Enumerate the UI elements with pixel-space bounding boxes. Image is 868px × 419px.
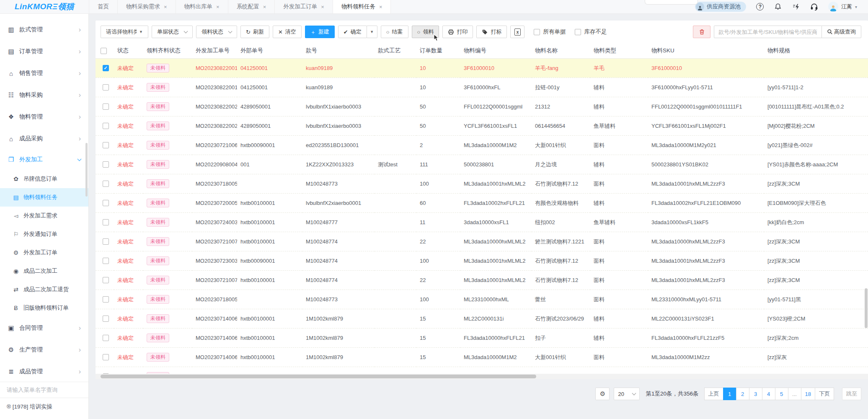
tab-首页[interactable]: 首页 bbox=[89, 0, 118, 13]
row-checkbox[interactable] bbox=[103, 200, 109, 206]
page-button-3[interactable]: 3 bbox=[749, 388, 762, 400]
clear-button[interactable]: ✕ 清空 bbox=[273, 26, 302, 38]
row-checkbox[interactable] bbox=[103, 335, 109, 341]
tab-close-icon[interactable]: × bbox=[216, 4, 220, 10]
row-checkbox[interactable] bbox=[103, 316, 109, 322]
table-row[interactable]: 未确定未领料MO202308220024289050001lvbulbnfX1x… bbox=[96, 97, 868, 116]
column-header-订单数量[interactable]: 订单数量 bbox=[416, 43, 460, 59]
sidebar-group-外发加工[interactable]: ❐外发加工 bbox=[0, 150, 88, 170]
sidebar-group-款式管理[interactable]: ▥款式管理› bbox=[0, 19, 88, 41]
sidebar-group-成品采购[interactable]: ⌂成品采购› bbox=[0, 128, 88, 150]
select-all-checkbox[interactable] bbox=[101, 48, 107, 54]
column-header-物料SKU[interactable]: 物料SKU bbox=[648, 43, 764, 59]
row-checkbox[interactable] bbox=[103, 161, 109, 168]
advanced-query-button[interactable]: 高级查询 bbox=[822, 26, 861, 38]
doc-status-select[interactable]: 单据状态 bbox=[152, 26, 193, 38]
sidebar-item-物料领料任务[interactable]: ▤物料领料任务 bbox=[0, 188, 88, 207]
sidebar-group-物料管理[interactable]: ❖物料管理› bbox=[0, 106, 88, 128]
table-row[interactable]: 未确定未领料MO20230724003hxtb00100001M10024877… bbox=[96, 213, 868, 232]
new-button[interactable]: ＋ 新建 bbox=[305, 26, 335, 38]
table-row[interactable]: 未确定未领料MO202209080040011KZ22XXZ0013323测试t… bbox=[96, 155, 868, 174]
tab-物料采购需求[interactable]: 物料采购需求× bbox=[118, 0, 176, 13]
row-checkbox[interactable] bbox=[103, 123, 109, 129]
row-checkbox[interactable] bbox=[103, 296, 109, 303]
table-row[interactable]: 未确定未领料MO20230720005hxtb00100001lvbulbnfX… bbox=[96, 194, 868, 213]
table-row[interactable]: 未确定未领料MO202308220024289050001lvbulbnfX1x… bbox=[96, 116, 868, 136]
tab-物料领料任务[interactable]: 物料领料任务× bbox=[333, 0, 391, 13]
row-checkbox[interactable] bbox=[103, 142, 109, 148]
sidebar-item-成品二次加工[interactable]: ◉成品二次加工 bbox=[0, 262, 88, 280]
sidebar-item-吊牌信息订单[interactable]: ✿吊牌信息订单 bbox=[0, 170, 88, 188]
notification-bell-icon[interactable] bbox=[774, 3, 782, 11]
row-checkbox[interactable] bbox=[103, 258, 109, 264]
tab-close-icon[interactable]: × bbox=[379, 4, 382, 10]
tab-系统配置[interactable]: 系统配置× bbox=[228, 0, 275, 13]
column-header-领料齐料状态[interactable]: 领料齐料状态 bbox=[143, 43, 192, 59]
horizontal-scrollbar-thumb[interactable] bbox=[101, 375, 536, 378]
row-checkbox[interactable] bbox=[103, 219, 109, 225]
mark-button[interactable]: 打标 bbox=[476, 26, 507, 38]
table-row[interactable]: 未确定未领料MO20230721007hxtb00100001M10024877… bbox=[96, 271, 868, 290]
table-row[interactable]: 未确定未领料MO20230714006hxtb001000011M1002kml… bbox=[96, 309, 868, 328]
print-button[interactable]: 打印 bbox=[442, 26, 473, 38]
tab-close-icon[interactable]: × bbox=[321, 4, 324, 10]
pick-status-select[interactable]: 领料状态 bbox=[196, 26, 237, 38]
user-menu[interactable]: 江蓠 ▾ bbox=[828, 2, 857, 12]
tab-close-icon[interactable]: × bbox=[263, 4, 266, 10]
vertical-scrollbar-thumb[interactable] bbox=[865, 288, 868, 328]
pick-material-button[interactable]: ○ 领料 bbox=[412, 26, 439, 38]
row-checkbox[interactable] bbox=[103, 238, 109, 245]
jump-to-page-button[interactable]: 跳至 bbox=[842, 388, 861, 400]
column-header-物料编号[interactable]: 物料编号 bbox=[460, 43, 532, 59]
column-header-状态[interactable]: 状态 bbox=[114, 43, 143, 59]
prev-page-button[interactable]: 上页 bbox=[704, 388, 723, 400]
confirm-dropdown-button[interactable]: ▼ bbox=[367, 26, 377, 38]
all-docs-checkbox[interactable]: 所有单据 bbox=[534, 28, 566, 36]
page-button-2[interactable]: 2 bbox=[736, 388, 749, 400]
low-stock-checkbox[interactable]: 库存不足 bbox=[575, 28, 607, 36]
sidebar-scrollbar[interactable] bbox=[85, 143, 88, 197]
row-checkbox[interactable] bbox=[103, 84, 109, 91]
table-row[interactable]: 未确定未领料MO20230721006hxtb00090001ed2023551… bbox=[96, 136, 868, 155]
page-button-4[interactable]: 4 bbox=[762, 388, 775, 400]
delete-button[interactable] bbox=[693, 26, 710, 38]
customer-service-icon[interactable] bbox=[810, 3, 818, 11]
table-row[interactable]: ✓未确定未领料MO20230822001041250001kuan0918910… bbox=[96, 59, 868, 78]
column-header-物料类型[interactable]: 物料类型 bbox=[590, 43, 648, 59]
workflow-icon[interactable] bbox=[792, 3, 800, 11]
confirm-button[interactable]: ✔ 确定 bbox=[338, 26, 367, 38]
sidebar-group-订单管理[interactable]: ▤订单管理› bbox=[0, 41, 88, 62]
menu-search-input[interactable] bbox=[7, 387, 82, 393]
row-checkbox[interactable]: ✓ bbox=[103, 65, 109, 71]
row-checkbox[interactable] bbox=[103, 277, 109, 283]
search-input[interactable] bbox=[714, 26, 822, 38]
sidebar-group-生产管理[interactable]: ⚙生产管理› bbox=[0, 339, 88, 361]
page-button-18[interactable]: 18 bbox=[801, 388, 815, 400]
tab-外发加工订单[interactable]: 外发加工订单× bbox=[275, 0, 333, 13]
sidebar-item-旧版物料领料订单[interactable]: Ƀ旧版物料领料订单 bbox=[0, 299, 88, 317]
table-row[interactable]: 未确定未领料MO20230718005M100248773100ML3dada1… bbox=[96, 174, 868, 194]
sidebar-item-外发加工订单[interactable]: ⚙外发加工订单 bbox=[0, 243, 88, 262]
next-page-button[interactable]: 下页 bbox=[815, 388, 834, 400]
row-checkbox[interactable] bbox=[103, 181, 109, 187]
table-row[interactable]: 未确定未领料MO20230721007hxtb00100001M10024877… bbox=[96, 232, 868, 251]
sidebar-item-外发加工需求[interactable]: ◅外发加工需求 bbox=[0, 207, 88, 225]
tab-close-icon[interactable]: × bbox=[164, 4, 167, 10]
column-header-款号[interactable]: 款号 bbox=[302, 43, 375, 59]
tab-物料出库单[interactable]: 物料出库单× bbox=[176, 0, 228, 13]
row-checkbox[interactable] bbox=[103, 103, 109, 110]
column-header-外发加工单号[interactable]: 外发加工单号 bbox=[192, 43, 237, 59]
table-settings-button[interactable]: ⚙ bbox=[595, 388, 610, 400]
help-icon[interactable]: ? bbox=[756, 3, 764, 11]
page-size-select[interactable]: 20 bbox=[614, 388, 640, 400]
column-header-物料规格[interactable]: 物料规格 bbox=[764, 43, 868, 59]
table-row[interactable]: 未确定未领料MO20230714006hxtb001000011M1002kml… bbox=[96, 348, 868, 367]
table-row[interactable]: 未确定未领料MO20230723003hxtb00090001M10024877… bbox=[96, 251, 868, 271]
column-header-外部单号[interactable]: 外部单号 bbox=[237, 43, 302, 59]
sidebar-item-成品二次加工退货[interactable]: ⇄成品二次加工退货 bbox=[0, 280, 88, 299]
sidebar-group-物料采购[interactable]: ☷物料采购› bbox=[0, 84, 88, 106]
close-case-button[interactable]: ○ 结案 bbox=[381, 26, 408, 38]
table-row[interactable]: 未确定未领料MO20230822001041250001kuan09189103… bbox=[96, 78, 868, 97]
export-excel-button[interactable]: x̲ bbox=[510, 26, 524, 38]
column-header-物料名称[interactable]: 物料名称 bbox=[532, 43, 590, 59]
